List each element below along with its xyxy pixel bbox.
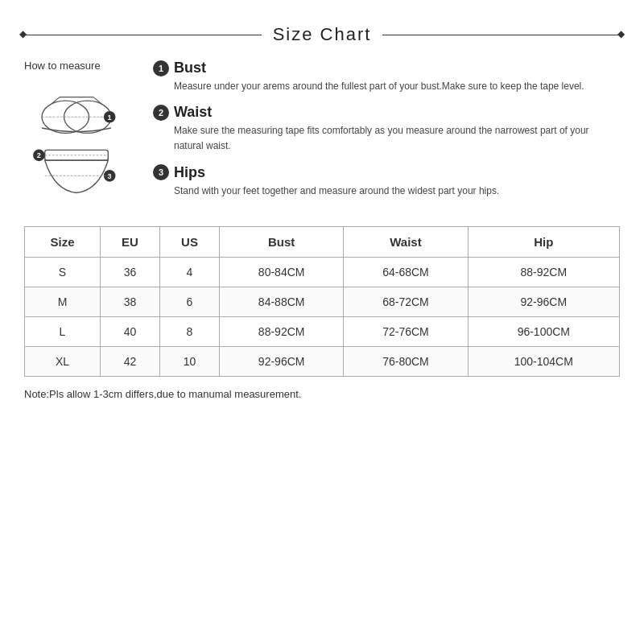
table-cell: 8: [160, 317, 220, 347]
col-bust: Bust: [220, 227, 344, 258]
instruction-hips-header: 3 Hips: [153, 164, 620, 181]
table-row: L40888-92CM72-76CM96-100CM: [25, 317, 620, 347]
table-cell: 68-72CM: [344, 287, 468, 317]
how-to-measure-label: How to measure: [24, 60, 137, 72]
table-header-row: Size EU US Bust Waist Hip: [25, 227, 620, 258]
table-cell: 92-96CM: [468, 287, 619, 317]
table-body: S36480-84CM64-68CM88-92CMM38684-88CM68-7…: [25, 258, 620, 377]
table-cell: 10: [160, 347, 220, 377]
table-cell: 42: [101, 347, 160, 377]
note-text: Note:Pls allow 1-3cm differs,due to manu…: [24, 388, 620, 400]
table-cell: S: [25, 258, 101, 287]
table-cell: 84-88CM: [220, 287, 344, 317]
svg-line-2: [51, 97, 60, 105]
hips-title: Hips: [174, 164, 205, 181]
bust-body: Measure under your arems around the full…: [153, 79, 620, 94]
hips-body: Stand with your feet together and measur…: [153, 184, 620, 199]
table-cell: 36: [101, 258, 160, 287]
instruction-hips: 3 Hips Stand with your feet together and…: [153, 164, 620, 199]
table-cell: 100-104CM: [468, 347, 619, 377]
instruction-bust-header: 1 Bust: [153, 60, 620, 76]
col-hip: Hip: [468, 227, 619, 258]
instruction-bust: 1 Bust Measure under your arems around t…: [153, 60, 620, 94]
col-eu: EU: [101, 227, 160, 258]
hips-number: 3: [153, 164, 169, 180]
measure-image-area: How to measure 1: [24, 60, 137, 208]
svg-text:1: 1: [108, 114, 112, 122]
table-cell: 40: [101, 317, 160, 347]
title-left-line: [24, 35, 262, 35]
instruction-waist: 2 Waist Make sure the measuring tape fit…: [153, 104, 620, 154]
svg-text:2: 2: [37, 151, 41, 159]
table-cell: 88-92CM: [220, 317, 344, 347]
bust-number: 1: [153, 60, 169, 76]
table-cell: 64-68CM: [344, 258, 468, 287]
waist-body: Make sure the measuring tape fits comfor…: [153, 123, 620, 154]
table-cell: 88-92CM: [468, 258, 619, 287]
table-row: S36480-84CM64-68CM88-92CM: [25, 258, 620, 287]
svg-line-3: [93, 97, 102, 105]
title-right-line: [382, 35, 620, 35]
table-cell: 92-96CM: [220, 347, 344, 377]
table-cell: 38: [101, 287, 160, 317]
col-size: Size: [25, 227, 101, 258]
table-cell: 76-80CM: [344, 347, 468, 377]
title-row: Size Chart: [24, 24, 620, 45]
table-cell: 4: [160, 258, 220, 287]
table-row: XL421092-96CM76-80CM100-104CM: [25, 347, 620, 377]
table-cell: 80-84CM: [220, 258, 344, 287]
table-cell: M: [25, 287, 101, 317]
page-container: Size Chart How to measure: [0, 0, 644, 644]
waist-number: 2: [153, 105, 169, 121]
size-table: Size EU US Bust Waist Hip S36480-84CM64-…: [24, 226, 620, 377]
table-cell: 6: [160, 287, 220, 317]
table-cell: L: [25, 317, 101, 347]
col-us: US: [160, 227, 220, 258]
bust-title: Bust: [174, 60, 206, 76]
table-cell: 96-100CM: [468, 317, 619, 347]
svg-text:3: 3: [108, 172, 112, 180]
instruction-waist-header: 2 Waist: [153, 104, 620, 121]
waist-title: Waist: [174, 104, 212, 121]
page-title: Size Chart: [273, 24, 372, 45]
measure-section: How to measure 1: [24, 60, 620, 208]
table-row: M38684-88CM68-72CM92-96CM: [25, 287, 620, 317]
table-cell: XL: [25, 347, 101, 377]
measure-instructions: 1 Bust Measure under your arems around t…: [153, 60, 620, 208]
measure-illustration: 1 2 3: [24, 76, 129, 205]
table-cell: 72-76CM: [344, 317, 468, 347]
col-waist: Waist: [344, 227, 468, 258]
